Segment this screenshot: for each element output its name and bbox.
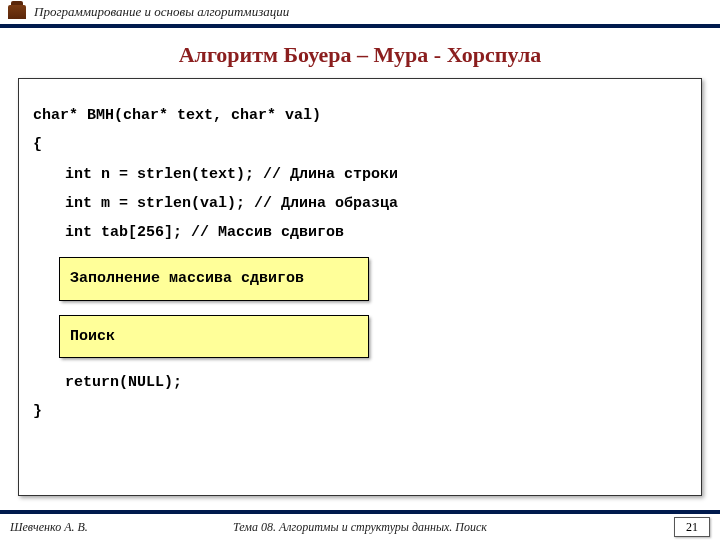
callout-fill-array: Заполнение массива сдвигов (59, 257, 369, 300)
code-line: { (33, 130, 687, 159)
callout-search: Поиск (59, 315, 369, 358)
code-line: int n = strlen(text); // Длина строки (33, 160, 687, 189)
code-line: } (33, 397, 687, 426)
header-bar: Программирование и основы алгоритмизации (0, 0, 720, 28)
course-title: Программирование и основы алгоритмизации (34, 4, 289, 20)
footer-author: Шевченко А. В. (10, 520, 88, 535)
code-block: char* BMH(char* text, char* val) { int n… (18, 78, 702, 496)
page-number: 21 (674, 517, 710, 537)
book-icon (8, 5, 26, 19)
code-line: int tab[256]; // Массив сдвигов (33, 218, 687, 247)
code-line: return(NULL); (33, 368, 687, 397)
footer-bar: Шевченко А. В. Тема 08. Алгоритмы и стру… (0, 510, 720, 540)
code-line: int m = strlen(val); // Длина образца (33, 189, 687, 218)
slide: Программирование и основы алгоритмизации… (0, 0, 720, 540)
footer-topic: Тема 08. Алгоритмы и структуры данных. П… (0, 520, 720, 535)
code-line: char* BMH(char* text, char* val) (33, 101, 687, 130)
slide-title: Алгоритм Боуера – Мура - Хорспула (0, 42, 720, 68)
